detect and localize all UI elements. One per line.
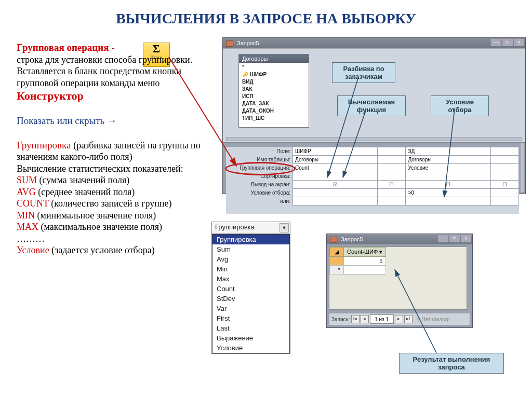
window-title: Запрос5 [341, 236, 363, 242]
minimize-button[interactable]: — [491, 39, 501, 46]
result-grid[interactable]: ◢ Count-ШИФ ▾ 5 * [329, 246, 467, 310]
chevron-down-icon[interactable]: ▼ [280, 223, 289, 232]
dropdown-item[interactable]: Last [212, 323, 289, 333]
dropdown-item[interactable]: Max [212, 274, 289, 284]
nav-position[interactable] [370, 314, 394, 324]
app-icon [226, 40, 233, 47]
dropdown-list[interactable]: Группировка Sum Avg Min Max Count StDev … [212, 234, 290, 353]
dropdown-item[interactable]: Count [212, 284, 289, 294]
query-grid[interactable]: Поле: ШИФР ЗД Имя таблицы: Договоры Дого… [226, 147, 519, 214]
dropdown-item[interactable]: Var [212, 304, 289, 313]
description-text: Групповая операция - строка для установк… [17, 42, 219, 256]
record-navigator[interactable]: Запись: I◂ ◂ ▸ ▸I ▽ Нет фильтр [329, 313, 470, 325]
field-list[interactable]: * 🔑 ШИФР ВИД ЗАК ИСП ДАТА_ЗАК ДАТА_ОКОН … [239, 63, 309, 123]
dropdown-item[interactable]: Sum [212, 244, 289, 254]
callout-func: Вычисляемая функция [337, 95, 406, 116]
column-header[interactable]: Count-ШИФ ▾ [344, 248, 386, 257]
result-window: Запрос5 — □ × ◢ Count-ШИФ ▾ 5 * Запись: … [326, 234, 473, 328]
query-designer-window: Запрос5 — □ × Договоры * 🔑 ШИФР ВИД ЗАК … [222, 37, 526, 194]
window-titlebar: Запрос5 — □ × [327, 234, 472, 244]
close-button[interactable]: × [514, 39, 524, 46]
dropdown-selected[interactable]: Группировка ▼ [212, 222, 290, 234]
dropdown-item[interactable]: Avg [212, 254, 289, 264]
dropdown-item[interactable]: StDev [212, 294, 289, 304]
dropdown-item[interactable]: Выражение [212, 333, 289, 343]
nav-next[interactable]: ▸ [395, 315, 403, 323]
cell-value[interactable]: 5 [344, 257, 386, 266]
dropdown-item[interactable]: Условие [212, 343, 289, 353]
scrollbar-horizontal[interactable] [226, 137, 522, 141]
nav-prev[interactable]: ◂ [361, 315, 369, 323]
window-title: Запрос5 [237, 40, 259, 46]
table-title: Договоры [239, 54, 309, 63]
callout-split: Разбивка по заказчикам [332, 62, 395, 83]
callout-result: Результат выполнения запроса [399, 353, 504, 374]
groupop-dropdown[interactable]: Группировка ▼ Группировка Sum Avg Min Ma… [211, 222, 290, 354]
highlight-circle [225, 162, 296, 175]
maximize-button[interactable]: □ [502, 39, 513, 46]
window-titlebar: Запрос5 — □ × [223, 38, 525, 48]
dropdown-item[interactable]: Min [212, 264, 289, 274]
dropdown-item[interactable]: Группировка [212, 235, 289, 244]
row-selector[interactable]: ◢ [330, 248, 344, 257]
filter-icon: ▽ [417, 317, 421, 322]
nav-first[interactable]: I◂ [351, 315, 360, 323]
callout-cond: Условие отбора [431, 95, 489, 116]
table-source-box[interactable]: Договоры * 🔑 ШИФР ВИД ЗАК ИСП ДАТА_ЗАК Д… [238, 54, 309, 128]
maximize-button[interactable]: □ [449, 235, 460, 242]
minimize-button[interactable]: — [438, 235, 448, 242]
nav-last[interactable]: ▸I [404, 315, 413, 323]
app-icon [330, 237, 337, 243]
tables-pane: Договоры * 🔑 ШИФР ВИД ЗАК ИСП ДАТА_ЗАК Д… [223, 48, 525, 143]
dropdown-item[interactable]: First [212, 313, 289, 323]
close-button[interactable]: × [461, 235, 471, 242]
slide-title: ВЫЧИСЛЕНИЯ В ЗАПРОСЕ НА ВЫБОРКУ [0, 0, 532, 32]
